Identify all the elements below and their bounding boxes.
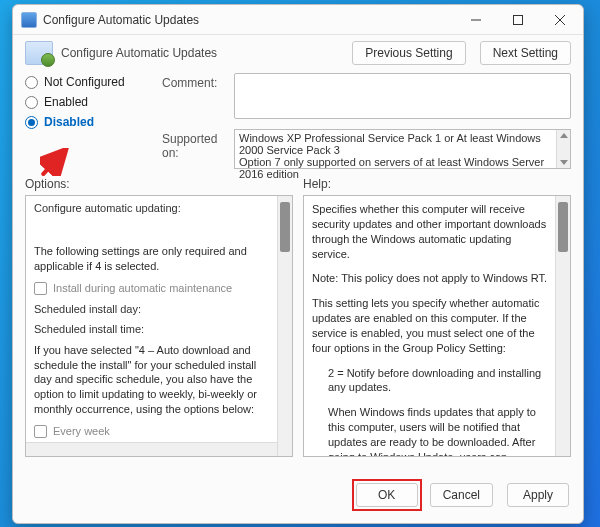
scrollbar[interactable] [555,196,570,456]
options-note: The following settings are only required… [34,244,272,274]
ok-button[interactable]: OK [356,483,418,507]
radio-enabled[interactable]: Enabled [25,95,160,109]
help-text: Specifies whether this computer will rec… [312,202,552,261]
dialog-footer: OK Cancel Apply [13,469,583,523]
options-heading: Configure automatic updating: [34,202,272,214]
close-button[interactable] [539,6,581,34]
policy-large-icon [25,41,53,65]
help-panel: Specifies whether this computer will rec… [303,195,571,457]
ok-highlight: OK [352,479,422,511]
cancel-button[interactable]: Cancel [430,483,493,507]
radio-label: Disabled [44,115,94,129]
previous-setting-button[interactable]: Previous Setting [352,41,465,65]
window-title: Configure Automatic Updates [43,13,455,27]
state-radios: Not Configured Enabled Disabled [25,73,160,129]
radio-disabled[interactable]: Disabled [25,115,160,129]
schedule-note: If you have selected "4 – Auto download … [34,343,272,417]
header-row: Configure Automatic Updates Previous Set… [13,35,583,67]
policy-icon [21,12,37,28]
maximize-button[interactable] [497,6,539,34]
supported-on-text: Windows XP Professional Service Pack 1 o… [239,132,566,180]
scrollbar-horizontal[interactable] [26,442,277,456]
help-column: Help: Specifies whether this computer wi… [303,177,571,469]
svg-rect-0 [514,15,523,24]
apply-button[interactable]: Apply [507,483,569,507]
supported-on-box: Windows XP Professional Service Pack 1 o… [234,129,571,169]
checkbox-label: Every week [53,425,110,437]
titlebar[interactable]: Configure Automatic Updates [13,5,583,35]
options-panel: Configure automatic updating: The follow… [25,195,293,457]
minimize-button[interactable] [455,6,497,34]
radio-label: Enabled [44,95,88,109]
chk-install-maintenance[interactable]: Install during automatic maintenance [34,282,272,295]
next-setting-button[interactable]: Next Setting [480,41,571,65]
scrollbar[interactable] [277,196,292,456]
checkbox-label: Install during automatic maintenance [53,282,232,294]
help-text: This setting lets you specify whether au… [312,296,552,355]
checkbox-icon [34,282,47,295]
help-text: When Windows finds updates that apply to… [312,405,552,457]
radio-icon [25,116,38,129]
radio-icon [25,76,38,89]
comment-textarea[interactable] [234,73,571,119]
scrollbar[interactable] [556,130,570,168]
comment-label: Comment: [162,73,232,129]
options-column: Options: Configure automatic updating: T… [25,177,293,469]
help-text: 2 = Notify before downloading and instal… [312,366,552,396]
page-title: Configure Automatic Updates [61,46,344,60]
supported-on-label: Supported on: [162,129,232,169]
radio-not-configured[interactable]: Not Configured [25,75,160,89]
chk-every-week[interactable]: Every week [34,425,272,438]
policy-dialog: Configure Automatic Updates Configure Au… [12,4,584,524]
scheduled-time-label: Scheduled install time: [34,323,272,335]
radio-icon [25,96,38,109]
checkbox-icon [34,425,47,438]
radio-label: Not Configured [44,75,125,89]
help-text: Note: This policy does not apply to Wind… [312,271,552,286]
scheduled-day-label: Scheduled install day: [34,303,272,315]
